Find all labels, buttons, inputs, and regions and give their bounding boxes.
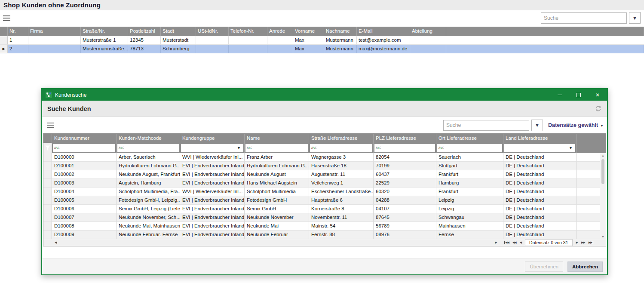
list-item[interactable]: D100001Hydrokulturen Lohmann G...EVI | E…: [43, 162, 600, 170]
filter-cell-filler: [577, 143, 606, 153]
pager-prev-icon[interactable]: ◀: [518, 241, 523, 244]
filter-input[interactable]: A%C: [245, 144, 308, 152]
column-header[interactable]: Straße/Nr.: [81, 27, 128, 36]
main-grid-body: 1Musterstraße 112345MusterstadtMaxMuster…: [0, 36, 644, 53]
cell: Hauptstraße 6: [309, 196, 374, 205]
search-filter-dropdown-button[interactable]: ▼: [629, 12, 641, 24]
list-item[interactable]: D100009Neukunde Februar. FernseEVI | End…: [43, 231, 600, 239]
dialog-titlebar[interactable]: Kundensuche ✕: [42, 89, 607, 101]
filter-input[interactable]: A%C: [310, 144, 372, 152]
vertical-scrollbar[interactable]: ▲ ▼: [600, 153, 606, 239]
cell-filler: [577, 205, 600, 213]
cell: Mainstr. 54: [309, 222, 374, 231]
dialog-search-input[interactable]: [443, 120, 529, 131]
filter-operator-icon[interactable]: A%C: [439, 146, 444, 150]
records-selected-menu[interactable]: Datensätze gewählt▼: [548, 122, 604, 128]
filter-dropdown[interactable]: ▼: [504, 144, 575, 152]
cell: 60437: [374, 170, 436, 179]
cell-filler: [577, 179, 600, 188]
pager-first-icon[interactable]: ◀◀: [502, 241, 511, 244]
column-header[interactable]: Land Lieferadresse: [503, 134, 577, 143]
pager-last-icon[interactable]: ▶▶: [587, 241, 595, 244]
column-header[interactable]: Nachname: [324, 27, 357, 36]
column-header[interactable]: USt-IdNr.: [196, 27, 229, 36]
dialog-title: Kundensuche: [55, 92, 86, 98]
column-header[interactable]: Stadt: [161, 27, 196, 36]
filter-funnel-cell[interactable]: [43, 143, 52, 153]
row-indicator: [43, 222, 52, 231]
refresh-icon[interactable]: [595, 105, 602, 112]
menu-icon[interactable]: [3, 14, 11, 22]
filter-input[interactable]: A%C: [437, 144, 502, 152]
pager-next-icon[interactable]: ▶: [574, 241, 580, 244]
cell: DE | Deutschland: [503, 188, 577, 196]
maximize-button[interactable]: [569, 89, 588, 101]
column-header[interactable]: Kundengruppe: [180, 134, 245, 143]
row-indicator: [0, 36, 8, 45]
cell: DE | Deutschland: [503, 205, 577, 213]
column-header[interactable]: E-Mail: [357, 27, 410, 36]
column-header-filler: [577, 134, 606, 143]
pager-next-page-icon[interactable]: ▶▶: [580, 241, 587, 244]
list-item[interactable]: D100000Arber, SauerlachWVI | Wiederverkä…: [43, 153, 600, 162]
cell: Franz Arber: [245, 153, 309, 162]
list-item[interactable]: D100006Semix GmbH, Leipzig (Liefe...EVI …: [43, 205, 600, 213]
scroll-down-icon[interactable]: ▼: [600, 235, 606, 238]
scroll-right-icon[interactable]: ▶: [493, 241, 498, 244]
column-header[interactable]: Kunden-Matchcode: [117, 134, 180, 143]
column-header[interactable]: Abteilung: [410, 27, 446, 36]
search-input[interactable]: [541, 12, 627, 24]
pager-prev-page-icon[interactable]: ◀◀: [511, 241, 518, 244]
cell: WVI | Wiederverkäufer Inl...: [180, 153, 245, 162]
filter-input[interactable]: A%C: [117, 144, 179, 152]
list-item[interactable]: D100005Fotodesign GmbH, Leipzig...EVI | …: [43, 196, 600, 205]
apply-button[interactable]: Übernehmen: [525, 261, 563, 272]
filter-operator-icon[interactable]: A%C: [247, 146, 252, 150]
column-header[interactable]: Telefon-Nr.: [229, 27, 267, 36]
page-search: ▼: [541, 12, 641, 24]
filter-input[interactable]: A%C: [374, 144, 435, 152]
scroll-left-icon[interactable]: ◀: [53, 241, 58, 244]
dialog-search-filter-dropdown-button[interactable]: ▼: [531, 120, 543, 131]
cell: D100001: [52, 162, 117, 170]
cell: Scholphort Multimedia, Fra...: [117, 188, 180, 196]
table-row[interactable]: ▶2Mustermannstraße...78713SchrambergMaxM…: [0, 45, 644, 53]
dialog-heading: Suche Kunden: [47, 105, 91, 112]
column-header[interactable]: Anrede: [267, 27, 293, 36]
close-button[interactable]: ✕: [588, 89, 607, 101]
column-header[interactable]: Postleitzahl: [128, 27, 161, 36]
filter-input[interactable]: A%C: [53, 144, 115, 152]
column-header[interactable]: PLZ Lieferadresse: [374, 134, 436, 143]
filter-operator-icon[interactable]: A%C: [54, 146, 60, 150]
chevron-down-icon: ▼: [632, 15, 637, 21]
column-header[interactable]: Firma: [28, 27, 81, 36]
filter-operator-icon[interactable]: A%C: [376, 146, 381, 150]
menu-icon[interactable]: [47, 121, 54, 129]
scrollbar-thumb[interactable]: [601, 159, 604, 184]
cell: Scholphort Multimedia: [245, 188, 309, 196]
cell: Eschersheimer Landstraße...: [309, 188, 374, 196]
column-header[interactable]: Straße Lieferadresse: [309, 134, 374, 143]
column-header[interactable]: Name: [245, 134, 309, 143]
list-item[interactable]: D100008Neukunde Mai, MainhausenEVI | End…: [43, 222, 600, 231]
column-header[interactable]: Kundennummer: [52, 134, 117, 143]
filter-operator-icon[interactable]: A%C: [311, 146, 317, 150]
cell-filler: [577, 153, 600, 162]
cell-filler: [577, 213, 600, 222]
filter-dropdown[interactable]: ▼: [181, 144, 243, 152]
list-item[interactable]: D100003Augstein, HamburgEVI | Endverbrau…: [43, 179, 600, 188]
column-header[interactable]: Ort Lieferadresse: [436, 134, 503, 143]
minimize-button[interactable]: [550, 89, 569, 101]
scroll-up-icon[interactable]: ▲: [600, 154, 606, 157]
cell-filler: [577, 231, 600, 239]
column-header[interactable]: Nr.: [8, 27, 28, 36]
cell: 70199: [374, 162, 436, 170]
cell: DE | Deutschland: [503, 153, 577, 162]
column-header[interactable]: Vorname: [293, 27, 324, 36]
list-item[interactable]: D100002Neukunde August, FrankfurtEVI | E…: [43, 170, 600, 179]
list-item[interactable]: D100004Scholphort Multimedia, Fra...WVI …: [43, 188, 600, 196]
table-row[interactable]: 1Musterstraße 112345MusterstadtMaxMuster…: [0, 36, 644, 45]
list-item[interactable]: D100007Neukunde November, Sch...EVI | En…: [43, 213, 600, 222]
filter-operator-icon[interactable]: A%C: [119, 146, 124, 150]
cancel-button[interactable]: Abbrechen: [567, 261, 603, 272]
